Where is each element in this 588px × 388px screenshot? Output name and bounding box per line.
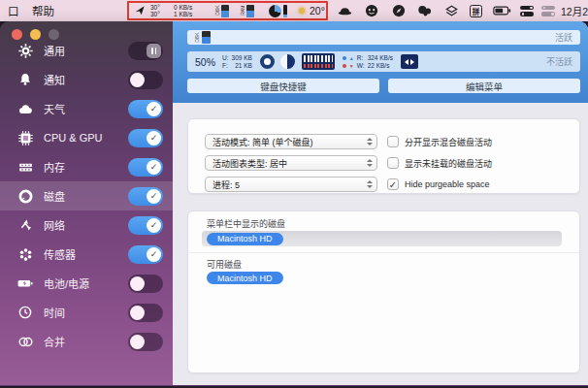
- sidebar-item-memory[interactable]: 内存 ✓: [0, 152, 173, 181]
- toggle-notifications[interactable]: [128, 71, 163, 89]
- stepper-icon: [367, 159, 373, 167]
- sidebar-item-cpu-gpu[interactable]: CPU & GPU ✓: [0, 123, 173, 152]
- cpu-pie-item[interactable]: [269, 0, 287, 21]
- disk-icon: [16, 186, 35, 206]
- toggle-disks[interactable]: ✓: [128, 187, 163, 206]
- sidebar-item-notifications[interactable]: 通知: [0, 65, 173, 94]
- disk-usage-bar[interactable]: DISK: [215, 0, 229, 21]
- fan-icon: [16, 244, 35, 264]
- disk-list-card: 菜单栏中显示的磁盘 Macintosh HD 可用磁盘 Macintosh HD: [187, 210, 580, 373]
- arrows-icon: [401, 54, 418, 69]
- toggles-grey-icon[interactable]: [541, 0, 555, 21]
- memory-bar-icon: [246, 5, 254, 17]
- sidebar-item-weather[interactable]: 天气 ✓: [0, 94, 173, 123]
- sidebar-item-time[interactable]: 时间: [0, 298, 173, 327]
- chart-type-dropdown[interactable]: 活动图表类型: 居中: [205, 155, 377, 171]
- sidebar: 通用 通知 天气 ✓ CPU & G: [0, 21, 173, 385]
- cpu-pie-icon: [269, 5, 281, 17]
- disk-pill-macintosh-hd[interactable]: Macintosh HD: [207, 233, 283, 245]
- battery-status-icon[interactable]: [493, 0, 511, 21]
- network-icon: [16, 215, 35, 235]
- menubar-disks-track: Macintosh HD: [202, 231, 562, 246]
- sidebar-item-battery[interactable]: 电池/电源: [0, 269, 173, 298]
- sidebar-item-sensors[interactable]: 传感器 ✓: [0, 240, 173, 269]
- divider: [188, 252, 579, 253]
- menu-bar-date[interactable]: 12月23: [561, 0, 588, 21]
- preview-header: DISK 活跃 50% U:309 KB F:21 KB ▲R:324 KB/s…: [173, 21, 588, 103]
- layers-icon[interactable]: [444, 0, 459, 21]
- sun-icon: [296, 6, 307, 16]
- memory-icon: [16, 157, 35, 177]
- activity-histogram-icon: [302, 53, 335, 70]
- clock-icon: [16, 303, 35, 322]
- toggle-time[interactable]: [128, 304, 163, 322]
- stepper-icon: [367, 138, 373, 146]
- disk-settings-card: 活动模式: 简单 (单个磁盘) 活动图表类型: 居中 进程: 5 分开显示混合磁…: [187, 118, 580, 194]
- stepper-icon: [367, 180, 373, 188]
- toggle-cpu-gpu[interactable]: ✓: [128, 129, 163, 147]
- settings-window: 通用 通知 天气 ✓ CPU & G: [0, 21, 588, 385]
- toggle-general[interactable]: [128, 42, 163, 60]
- gpu-bar-icon: [283, 5, 287, 17]
- app-icon-2[interactable]: [365, 0, 378, 21]
- battery-icon: [16, 274, 35, 293]
- header-buttons: 键盘快捷键 编辑菜单: [187, 79, 580, 93]
- toggle-weather[interactable]: ✓: [128, 100, 163, 118]
- ring-gauge-icon: [260, 54, 275, 69]
- memory-usage-bar[interactable]: RAM: [241, 0, 254, 21]
- menu-help[interactable]: 帮助: [32, 0, 54, 21]
- network-speed-readout[interactable]: 0 KB/s 1 KB/s: [174, 0, 192, 21]
- checkbox-hide-purgeable[interactable]: ✓ Hide purgeable space: [387, 177, 490, 192]
- location-arrow-icon[interactable]: [134, 0, 146, 21]
- compass-icon[interactable]: [392, 0, 406, 21]
- menu-window[interactable]: 口: [8, 0, 19, 21]
- used-free-readout: U:309 KB F:21 KB: [222, 54, 252, 69]
- bubbles-icon[interactable]: [417, 0, 433, 21]
- read-write-legend: ▲R:324 KB/s ▼W:22 KB/s: [343, 54, 393, 70]
- toggle-sensors[interactable]: ✓: [128, 245, 163, 264]
- menu-bar: 口 帮助 30° 30° 0 KB/s 1 KB/s DISK RAM 20°: [0, 0, 588, 21]
- sidebar-item-combine[interactable]: 合并: [0, 327, 173, 356]
- toggle-memory[interactable]: ✓: [128, 158, 163, 177]
- bell-icon: [16, 70, 35, 89]
- available-disk-pill-macintosh-hd[interactable]: Macintosh HD: [207, 272, 283, 284]
- checkbox-split-activity[interactable]: 分开显示混合磁盘活动: [387, 134, 492, 149]
- cloud-icon: [16, 99, 35, 118]
- activity-mode-dropdown[interactable]: 活动模式: 简单 (单个磁盘): [205, 134, 377, 149]
- edit-menu-button[interactable]: 编辑菜单: [388, 79, 580, 93]
- menubar-preview-inactive: 50% U:309 KB F:21 KB ▲R:324 KB/s ▼W:22 K…: [187, 51, 580, 72]
- menubar-disks-label: 菜单栏中显示的磁盘: [207, 217, 285, 230]
- toggle-network[interactable]: ✓: [128, 216, 163, 235]
- keyboard-shortcuts-button[interactable]: 键盘快捷键: [187, 79, 379, 93]
- gear-icon: [16, 41, 35, 60]
- input-method-icon[interactable]: 拼: [470, 0, 482, 21]
- disk-bar-icon: [202, 31, 211, 44]
- toggle-combine[interactable]: [128, 333, 163, 351]
- combine-icon: [16, 332, 35, 351]
- sidebar-item-network[interactable]: 网络 ✓: [0, 210, 173, 240]
- menubar-preview-active: DISK 活跃: [187, 30, 580, 45]
- temperature-readout[interactable]: 30° 30°: [150, 0, 160, 21]
- available-disks-label: 可用磁盘: [207, 258, 242, 271]
- sidebar-nav: 通用 通知 天气 ✓ CPU & G: [0, 36, 173, 356]
- sidebar-item-general[interactable]: 通用: [0, 36, 173, 65]
- chip-icon: [16, 128, 35, 147]
- control-toggles-icon[interactable]: [520, 0, 534, 21]
- app-icon-1[interactable]: [338, 0, 352, 21]
- sidebar-item-disks[interactable]: 磁盘 ✓: [0, 181, 173, 210]
- weather-item[interactable]: 20°: [296, 0, 325, 21]
- processes-dropdown[interactable]: 进程: 5: [205, 177, 377, 192]
- main-content: DISK 活跃 50% U:309 KB F:21 KB ▲R:324 KB/s…: [173, 21, 588, 385]
- checkbox-unmounted-activity[interactable]: 显示未挂载的磁盘活动: [387, 155, 492, 171]
- disk-bar-icon: [221, 5, 229, 17]
- toggle-battery[interactable]: [128, 275, 163, 293]
- half-pie-icon: [280, 54, 295, 69]
